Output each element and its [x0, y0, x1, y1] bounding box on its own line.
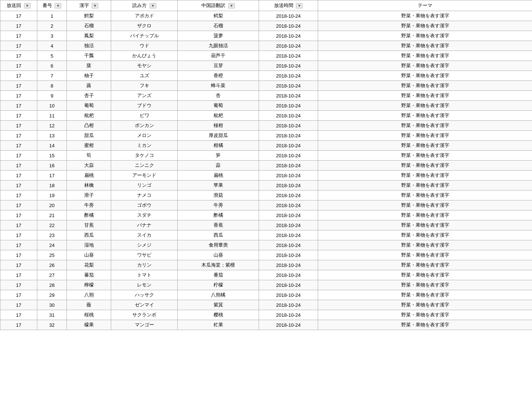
cell-jikan: 2018-10-24	[259, 280, 318, 290]
cell-jikan: 2018-10-24	[259, 171, 318, 181]
sort-kanji[interactable]: ▼	[92, 3, 98, 8]
cell-kanji: 甘蕉	[67, 220, 111, 230]
table-row: 1731桜桃サクランボ樱桃2018-10-24野菜・果物を表す漢字	[0, 310, 532, 320]
cell-yomi: パイナップル	[111, 31, 178, 41]
cell-housou: 17	[0, 230, 37, 240]
cell-bango: 23	[37, 230, 67, 240]
cell-kanji: 酢橘	[67, 210, 111, 220]
cell-housou: 17	[0, 111, 37, 121]
table-row: 1718林檎リンゴ苹果2018-10-24野菜・果物を表す漢字	[0, 181, 532, 191]
cell-kanji: 花梨	[67, 260, 111, 270]
cell-tema: 野菜・果物を表す漢字	[318, 121, 532, 131]
cell-bango: 8	[37, 81, 67, 91]
cell-chugo: 九眼独活	[178, 41, 259, 51]
table-row: 1724湿地シメジ食用蕈类2018-10-24野菜・果物を表す漢字	[0, 240, 532, 250]
cell-chugo: 枇杷	[178, 111, 259, 121]
cell-chugo: 柑橘	[178, 141, 259, 151]
cell-bango: 30	[37, 300, 67, 310]
cell-chugo: 八朔橘	[178, 290, 259, 300]
cell-jikan: 2018-10-24	[259, 81, 318, 91]
cell-chugo: 苹果	[178, 181, 259, 191]
cell-jikan: 2018-10-24	[259, 101, 318, 111]
cell-housou: 17	[0, 21, 37, 31]
cell-bango: 21	[37, 210, 67, 220]
cell-yomi: シメジ	[111, 240, 178, 250]
cell-housou: 17	[0, 141, 37, 151]
cell-kanji: 檬果	[67, 320, 111, 330]
cell-tema: 野菜・果物を表す漢字	[318, 220, 532, 230]
cell-yomi: モヤシ	[111, 61, 178, 71]
cell-jikan: 2018-10-24	[259, 181, 318, 191]
cell-bango: 7	[37, 71, 67, 81]
cell-kanji: 蕗	[67, 81, 111, 91]
cell-kanji: 蘖	[67, 61, 111, 71]
cell-housou: 17	[0, 31, 37, 41]
cell-yomi: ポンカン	[111, 121, 178, 131]
table-row: 1727蕃茄トマト番茄2018-10-24野菜・果物を表す漢字	[0, 270, 532, 280]
cell-bango: 14	[37, 141, 67, 151]
cell-housou: 17	[0, 161, 37, 171]
cell-bango: 10	[37, 101, 67, 111]
cell-kanji: 筍	[67, 151, 111, 161]
cell-kanji: 蕃茄	[67, 270, 111, 280]
cell-chugo: 山葵	[178, 250, 259, 260]
cell-tema: 野菜・果物を表す漢字	[318, 191, 532, 200]
cell-bango: 31	[37, 310, 67, 320]
cell-chugo: 香橙	[178, 71, 259, 81]
table-row: 1712凸柑ポンカン椪柑2018-10-24野菜・果物を表す漢字	[0, 121, 532, 131]
cell-tema: 野菜・果物を表す漢字	[318, 200, 532, 210]
cell-jikan: 2018-10-24	[259, 71, 318, 81]
table-row: 1723西瓜スイカ西瓜2018-10-24野菜・果物を表す漢字	[0, 230, 532, 240]
cell-housou: 17	[0, 51, 37, 61]
cell-tema: 野菜・果物を表す漢字	[318, 260, 532, 270]
table-row: 1730薇ゼンマイ紫萁2018-10-24野菜・果物を表す漢字	[0, 300, 532, 310]
cell-jikan: 2018-10-24	[259, 270, 318, 280]
cell-kanji: 桜桃	[67, 310, 111, 320]
cell-tema: 野菜・果物を表す漢字	[318, 91, 532, 101]
table-row: 176蘖モヤシ豆芽2018-10-24野菜・果物を表す漢字	[0, 61, 532, 71]
cell-chugo: 豆芽	[178, 61, 259, 71]
sort-jikan[interactable]: ▼	[296, 3, 303, 8]
cell-chugo: 扁桃	[178, 171, 259, 181]
cell-kanji: 独活	[67, 41, 111, 51]
cell-chugo: 蜂斗菜	[178, 81, 259, 91]
cell-jikan: 2018-10-24	[259, 31, 318, 41]
header-housou: 放送回 ▼	[0, 0, 37, 11]
table-row: 1714蜜柑ミカン柑橘2018-10-24野菜・果物を表す漢字	[0, 141, 532, 151]
cell-tema: 野菜・果物を表す漢字	[318, 61, 532, 71]
cell-kanji: 枇杷	[67, 111, 111, 121]
cell-yomi: ブドウ	[111, 101, 178, 111]
cell-tema: 野菜・果物を表す漢字	[318, 280, 532, 290]
table-row: 177柚子ユズ香橙2018-10-24野菜・果物を表す漢字	[0, 71, 532, 81]
cell-housou: 17	[0, 121, 37, 131]
cell-jikan: 2018-10-24	[259, 41, 318, 51]
cell-kanji: 滑子	[67, 191, 111, 200]
cell-jikan: 2018-10-24	[259, 220, 318, 230]
sort-chugo[interactable]: ▼	[228, 3, 235, 8]
cell-chugo: 柠檬	[178, 280, 259, 290]
cell-chugo: 蒜	[178, 161, 259, 171]
cell-yomi: ハッサク	[111, 290, 178, 300]
cell-bango: 18	[37, 181, 67, 191]
header-yomi: 読み方 ▼	[111, 0, 178, 11]
sort-housou[interactable]: ▼	[24, 3, 31, 8]
cell-kanji: 杏子	[67, 91, 111, 101]
cell-housou: 17	[0, 71, 37, 81]
cell-yomi: メロン	[111, 131, 178, 141]
table-row: 1728檸檬レモン柠檬2018-10-24野菜・果物を表す漢字	[0, 280, 532, 290]
cell-chugo: 杧果	[178, 320, 259, 330]
cell-kanji: 鰐梨	[67, 11, 111, 21]
cell-jikan: 2018-10-24	[259, 21, 318, 31]
cell-chugo: 食用蕈类	[178, 240, 259, 250]
cell-bango: 19	[37, 191, 67, 200]
cell-bango: 25	[37, 250, 67, 260]
cell-housou: 17	[0, 290, 37, 300]
cell-yomi: ユズ	[111, 71, 178, 81]
cell-yomi: フキ	[111, 81, 178, 91]
sort-yomi[interactable]: ▼	[150, 3, 156, 8]
cell-tema: 野菜・果物を表す漢字	[318, 141, 532, 151]
sort-bango[interactable]: ▼	[55, 3, 61, 8]
cell-kanji: 湿地	[67, 240, 111, 250]
cell-chugo: 石榴	[178, 21, 259, 31]
cell-kanji: 林檎	[67, 181, 111, 191]
